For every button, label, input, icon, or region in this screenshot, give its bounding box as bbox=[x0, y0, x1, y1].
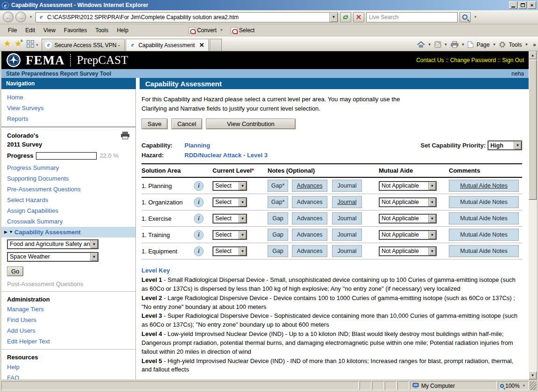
journal-button[interactable]: Journal bbox=[332, 212, 362, 224]
hazard-value[interactable]: RDD/Nuclear Attack - Level 3 bbox=[184, 152, 268, 159]
address-dropdown-icon[interactable]: ▼ bbox=[329, 13, 338, 22]
mutual-aide-notes-button[interactable]: Mutual Aide Notes bbox=[449, 180, 519, 192]
vertical-scrollbar[interactable]: ▲ ▼ bbox=[529, 51, 537, 379]
home-dropdown-icon[interactable]: ▼ bbox=[428, 42, 432, 47]
search-button[interactable] bbox=[460, 12, 471, 22]
resize-grip[interactable] bbox=[530, 381, 537, 390]
minimize-button[interactable] bbox=[509, 1, 517, 9]
journal-button[interactable]: Journal bbox=[332, 196, 362, 208]
info-icon[interactable]: i bbox=[194, 230, 204, 240]
scrollbar-thumb[interactable] bbox=[529, 60, 537, 200]
home-icon[interactable] bbox=[417, 41, 425, 48]
gap-button[interactable]: Gap bbox=[268, 229, 288, 241]
mutual-aide-select[interactable]: Not Applicable ▼ bbox=[379, 246, 437, 256]
tab-list-dropdown-icon[interactable]: ▼ bbox=[35, 43, 39, 47]
header-link[interactable]: Sign Out bbox=[502, 57, 524, 63]
tools-dropdown-icon[interactable]: ▼ bbox=[524, 42, 528, 47]
add-favorite-icon[interactable]: ★ bbox=[14, 39, 21, 49]
tools-menu[interactable]: Tools bbox=[509, 42, 522, 48]
info-icon[interactable]: i bbox=[194, 214, 204, 224]
print-survey-icon[interactable] bbox=[120, 132, 130, 149]
sidebar-link[interactable]: Progress Summary bbox=[1, 162, 135, 173]
chevron-down-icon[interactable]: ▼ bbox=[428, 198, 436, 206]
favorites-icon[interactable]: ★ bbox=[4, 39, 11, 49]
sidebar-link[interactable]: FAQ bbox=[1, 372, 135, 379]
close-tab-icon[interactable]: ✕ bbox=[198, 42, 206, 49]
advances-button[interactable]: Advances bbox=[292, 180, 327, 192]
page-dropdown-icon[interactable]: ▼ bbox=[492, 42, 496, 47]
journal-button[interactable]: Journal bbox=[332, 180, 362, 192]
chevron-down-icon[interactable]: ▼ bbox=[239, 198, 246, 206]
chevron-down-icon[interactable]: ▼ bbox=[428, 182, 436, 190]
gap-button[interactable]: Gap* bbox=[268, 180, 288, 192]
quick-tabs-icon[interactable] bbox=[27, 40, 35, 48]
address-input[interactable]: e C:\CAS\SPR\2012 SPR\PRA\For Jim\Comple… bbox=[35, 12, 338, 22]
print-dropdown-icon[interactable]: ▼ bbox=[461, 42, 465, 47]
convert-button[interactable]: Convert ▼ bbox=[189, 27, 224, 34]
menu-item[interactable]: Help bbox=[113, 26, 133, 35]
forward-button[interactable]: → bbox=[15, 12, 26, 22]
history-dropdown-icon[interactable]: ▼ bbox=[29, 15, 33, 19]
mutual-aide-notes-button[interactable]: Mutual Aide Notes bbox=[449, 212, 519, 224]
select-button[interactable]: Select bbox=[231, 27, 255, 34]
go-button[interactable]: Go bbox=[7, 266, 23, 276]
gap-button[interactable]: Gap* bbox=[268, 196, 288, 208]
zoom-pane[interactable]: 100% ▼ bbox=[498, 381, 529, 390]
journal-button[interactable]: Journal bbox=[332, 245, 362, 257]
menu-item[interactable]: View bbox=[39, 26, 60, 35]
scroll-up-icon[interactable]: ▲ bbox=[529, 51, 537, 59]
gap-button[interactable]: Gap bbox=[268, 212, 288, 224]
browser-tab[interactable]: e Secure Access SSL VPN - Home ✕ bbox=[42, 39, 125, 51]
search-input[interactable]: Live Search bbox=[366, 12, 458, 22]
save-button[interactable]: Save bbox=[142, 119, 168, 129]
cancel-button[interactable]: Cancel bbox=[171, 119, 202, 129]
current-level-select[interactable]: Select ▼ bbox=[212, 197, 247, 207]
mutual-aide-notes-button[interactable]: Mutual Aide Notes bbox=[449, 245, 519, 257]
advances-button[interactable]: Advances bbox=[292, 212, 327, 224]
capability-select[interactable]: Food and Agriculture Safety an ▼ bbox=[7, 239, 99, 249]
mutual-aide-notes-button[interactable]: Mutual Aide Notes bbox=[449, 229, 519, 241]
mutual-aide-select[interactable]: Not Applicable ▼ bbox=[379, 197, 437, 207]
mutual-aide-select[interactable]: Not Applicable ▼ bbox=[379, 214, 437, 224]
menu-item[interactable]: Tools bbox=[91, 26, 113, 35]
new-tab-stub[interactable] bbox=[210, 39, 222, 51]
feeds-dropdown-icon[interactable]: ▼ bbox=[444, 42, 448, 47]
sidebar-link[interactable]: Crosswalk Summary bbox=[1, 216, 135, 227]
chevron-down-icon[interactable]: ▼ bbox=[239, 247, 246, 255]
view-contribution-button[interactable]: View Contribution bbox=[206, 119, 296, 129]
scroll-down-icon[interactable]: ▼ bbox=[529, 371, 537, 379]
sidebar-link[interactable]: Reports bbox=[1, 113, 135, 124]
restore-button[interactable] bbox=[518, 1, 527, 9]
sidebar-link[interactable]: Pre-Assessment Questions bbox=[1, 184, 135, 195]
sidebar-link[interactable]: Assign Capabilities bbox=[1, 205, 135, 216]
chevron-down-icon[interactable]: ▼ bbox=[239, 215, 246, 223]
gap-button[interactable]: Gap bbox=[268, 245, 288, 257]
stop-button[interactable]: ✕ bbox=[353, 12, 364, 22]
advances-button[interactable]: Advances bbox=[292, 245, 327, 257]
close-button[interactable]: × bbox=[528, 1, 536, 9]
capability-value[interactable]: Planning bbox=[184, 142, 210, 149]
chevron-down-icon[interactable]: ▼ bbox=[514, 141, 521, 149]
chevron-down-icon[interactable]: ▼ bbox=[239, 182, 246, 190]
priority-select[interactable]: High ▼ bbox=[488, 140, 522, 150]
back-button[interactable]: ← bbox=[3, 12, 14, 22]
mutual-aide-select[interactable]: Not Applicable ▼ bbox=[379, 230, 437, 240]
sidebar-link[interactable]: Add Users bbox=[1, 325, 135, 336]
current-level-select[interactable]: Select ▼ bbox=[212, 246, 247, 256]
print-icon[interactable] bbox=[451, 41, 459, 48]
chevron-down-icon[interactable]: ▼ bbox=[90, 253, 98, 261]
page-menu[interactable]: Page bbox=[476, 42, 489, 48]
advances-button[interactable]: Advances bbox=[292, 229, 327, 241]
info-icon[interactable]: i bbox=[194, 246, 204, 256]
sidebar-link[interactable]: Home bbox=[1, 92, 135, 103]
current-level-select[interactable]: Select ▼ bbox=[212, 181, 247, 191]
chevron-down-icon[interactable]: ▼ bbox=[239, 231, 246, 239]
sidebar-link[interactable]: Help bbox=[1, 362, 135, 372]
menu-item[interactable]: Edit bbox=[21, 26, 39, 35]
sidebar-link[interactable]: Supporting Documents bbox=[1, 173, 135, 184]
menu-item[interactable]: Favorites bbox=[60, 26, 91, 35]
hazard-select[interactable]: Space Weather ▼ bbox=[7, 252, 99, 262]
chevron-down-icon[interactable]: ▼ bbox=[90, 240, 98, 248]
menu-item[interactable]: File bbox=[4, 26, 21, 35]
sidebar-link[interactable]: Select Hazards bbox=[1, 195, 135, 205]
